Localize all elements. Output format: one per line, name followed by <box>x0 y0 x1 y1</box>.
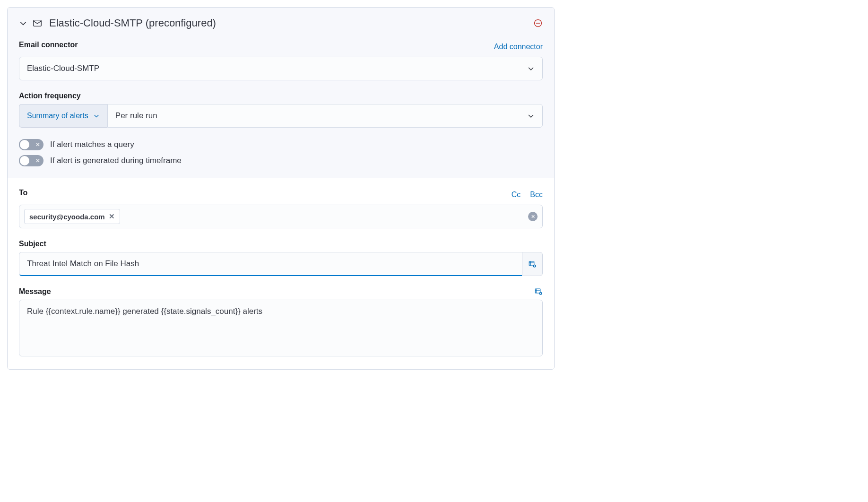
mail-icon <box>32 18 43 28</box>
to-label: To <box>19 189 27 197</box>
collapse-chevron-icon[interactable] <box>19 19 27 27</box>
cc-link[interactable]: Cc <box>512 190 521 199</box>
to-pill-text: security@cyooda.com <box>29 213 105 221</box>
toggle-query-label: If alert matches a query <box>50 140 134 149</box>
toggle-query-row: ✕ If alert matches a query <box>19 139 543 150</box>
to-field: To Cc Bcc security@cyooda.com ✕ ✕ <box>19 189 543 228</box>
action-panel: Elastic-Cloud-SMTP (preconfigured) Email… <box>7 7 555 370</box>
clear-all-icon[interactable]: ✕ <box>528 212 538 221</box>
frequency-label: Action frequency <box>19 92 543 100</box>
message-field: Message <box>19 287 543 358</box>
add-connector-link[interactable]: Add connector <box>494 43 543 51</box>
remove-action-icon[interactable] <box>533 18 543 28</box>
message-label: Message <box>19 287 51 296</box>
to-pill: security@cyooda.com ✕ <box>24 209 120 224</box>
add-variable-button[interactable] <box>534 287 543 296</box>
panel-title: Elastic-Cloud-SMTP (preconfigured) <box>32 17 529 29</box>
connector-select-value: Elastic-Cloud-SMTP <box>27 64 99 73</box>
to-input[interactable]: security@cyooda.com ✕ ✕ <box>19 205 543 228</box>
email-body-section: To Cc Bcc security@cyooda.com ✕ ✕ Subjec… <box>8 178 554 369</box>
subject-field: Subject <box>19 240 543 276</box>
connector-select[interactable]: Elastic-Cloud-SMTP <box>19 57 543 80</box>
add-variable-button[interactable] <box>522 252 543 276</box>
message-textarea[interactable] <box>19 300 543 356</box>
svg-rect-7 <box>535 289 540 293</box>
connector-label: Email connector <box>19 41 78 49</box>
pill-remove-icon[interactable]: ✕ <box>109 212 115 221</box>
svg-rect-3 <box>529 261 534 266</box>
frequency-run-value: Per rule run <box>115 111 157 121</box>
toggle-timeframe-row: ✕ If alert is generated during timeframe <box>19 155 543 166</box>
toggle-timeframe-label: If alert is generated during timeframe <box>50 156 182 165</box>
x-icon: ✕ <box>35 142 40 147</box>
chevron-down-icon <box>527 65 535 72</box>
svg-rect-0 <box>34 20 42 26</box>
frequency-summary-text: Summary of alerts <box>27 112 88 120</box>
x-icon: ✕ <box>35 158 40 164</box>
subject-input[interactable] <box>19 252 522 276</box>
panel-title-text: Elastic-Cloud-SMTP (preconfigured) <box>49 17 216 29</box>
toggle-query[interactable]: ✕ <box>19 139 43 150</box>
frequency-run-select[interactable]: Per rule run <box>107 104 543 128</box>
toggle-timeframe[interactable]: ✕ <box>19 155 43 166</box>
bcc-link[interactable]: Bcc <box>530 190 543 199</box>
panel-header: Elastic-Cloud-SMTP (preconfigured) <box>19 17 543 29</box>
connector-field: Email connector Add connector Elastic-Cl… <box>19 41 543 80</box>
frequency-field: Action frequency Summary of alerts Per r… <box>19 92 543 128</box>
config-section: Elastic-Cloud-SMTP (preconfigured) Email… <box>8 8 554 178</box>
subject-label: Subject <box>19 240 543 248</box>
frequency-summary-button[interactable]: Summary of alerts <box>19 104 107 128</box>
